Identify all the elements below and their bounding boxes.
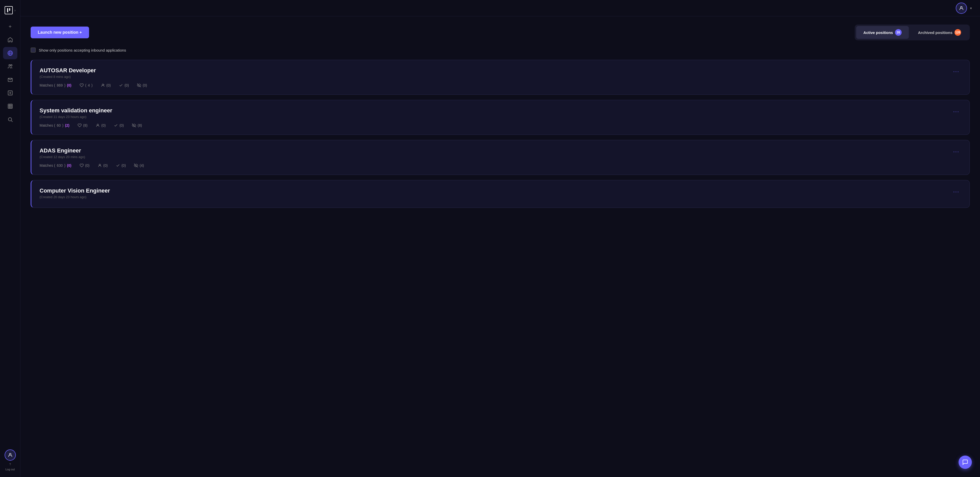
position-info: System validation engineer (Created 11 d… [40,107,112,119]
position-title: System validation engineer [40,107,112,114]
stat-matches[interactable]: Matches (630) (0) [40,163,72,168]
inbox-icon [7,77,13,83]
checkmark-icon [119,83,123,87]
approved-count: (0) [121,163,126,168]
help-label[interactable]: ? [9,463,11,466]
tab-active-positions[interactable]: Active positions 26 [856,26,909,39]
matches-label: Matches ( [40,163,55,168]
main-content: ▾ Launch new position + Active positions… [21,0,980,477]
approved-count: (0) [119,123,124,128]
logout-label[interactable]: Log out [5,468,15,471]
sidebar-logo[interactable]: › [3,4,18,16]
sidebar-item-building[interactable] [3,100,18,112]
position-created: (Created 20 days 23 hours ago) [40,195,110,199]
likes-val: 4 [88,83,90,87]
position-more-button[interactable]: ··· [951,147,961,156]
position-info: Computer Vision Engineer (Created 20 day… [40,187,110,199]
eye-off-icon [134,163,138,168]
sidebar-item-inbox[interactable] [3,73,18,86]
logo-box [5,6,13,14]
stat-approved: (0) [116,163,126,168]
topbar-user-icon [959,6,964,11]
position-created: (Created 8 mins ago) [40,75,96,79]
topbar: ▾ [21,0,980,16]
stat-applied: (0) [98,163,108,168]
likes-count: (8) [83,123,88,128]
likes-count: ( [85,83,86,87]
svg-point-16 [8,118,11,121]
approved-count: (0) [124,83,129,87]
position-info: ADAS Engineer (Created 12 days 20 mins a… [40,147,85,159]
active-positions-label: Active positions [863,30,893,35]
chat-bubble-button[interactable] [959,456,972,469]
eye-off-icon [132,123,136,128]
header-row: Launch new position + Active positions 2… [30,24,970,40]
matches-sep: ) [64,83,65,87]
position-title: Computer Vision Engineer [40,187,110,194]
matches-new: (0) [67,163,72,168]
position-more-button[interactable]: ··· [951,67,961,76]
stat-likes: (8) [78,123,88,128]
eye-off-icon [137,83,141,87]
svg-point-23 [97,124,98,125]
likes-count: (0) [85,163,89,168]
checkmark-icon [116,163,120,168]
position-stats: Matches (630) (0) (0) (0) (0) [40,163,961,168]
position-card-cv: Computer Vision Engineer (Created 20 day… [30,180,970,208]
sidebar-item-chart-add[interactable] [3,87,18,99]
stat-approved: (0) [119,83,129,87]
inbound-filter-label: Show only positions accepting inbound ap… [39,48,126,53]
heart-icon [80,163,84,168]
position-created: (Created 12 days 20 mins ago) [40,155,85,159]
sidebar-item-home[interactable] [3,34,18,46]
page-content: Launch new position + Active positions 2… [21,16,980,477]
checkmark-icon [114,123,118,128]
inbound-filter-checkbox[interactable] [30,48,36,53]
svg-rect-11 [8,104,12,108]
heart-icon [78,123,82,128]
position-more-button[interactable]: ··· [951,107,961,116]
matches-count: 60 [57,123,61,128]
svg-point-18 [9,453,11,455]
tab-archived-positions[interactable]: Archived positions 126 [911,26,968,39]
sidebar-chevron-icon: › [14,8,16,12]
archived-positions-label: Archived positions [918,30,953,35]
home-icon [7,37,13,43]
matches-new: (0) [67,83,72,87]
positions-list: AUTOSAR Developer (Created 8 mins ago) ·… [30,60,970,208]
svg-rect-0 [7,8,8,12]
stat-approved: (0) [114,123,124,128]
stat-hidden: (8) [132,123,142,128]
matches-label: Matches ( [40,83,55,87]
position-card-autosar: AUTOSAR Developer (Created 8 mins ago) ·… [30,60,970,95]
topbar-avatar[interactable] [956,3,967,14]
chat-icon [962,459,968,465]
stat-matches[interactable]: Matches (869) (0) [40,83,72,87]
position-card-sysval: System validation engineer (Created 11 d… [30,100,970,135]
position-card-header: AUTOSAR Developer (Created 8 mins ago) ·… [40,67,961,79]
globe-icon [7,50,13,56]
svg-point-25 [99,164,100,166]
active-positions-badge: 26 [895,29,902,36]
position-more-button[interactable]: ··· [951,187,961,196]
stat-likes: (0) [80,163,89,168]
position-card-adas: ADAS Engineer (Created 12 days 20 mins a… [30,140,970,175]
sidebar-item-globe[interactable] [3,47,18,59]
matches-count: 630 [57,163,62,168]
matches-count: 869 [57,83,62,87]
sidebar-item-add[interactable]: + [3,21,18,33]
launch-new-position-button[interactable]: Launch new position + [30,27,89,38]
sidebar-user-avatar[interactable] [5,450,16,461]
team-icon [7,64,13,69]
sidebar-bottom: ? Log out [5,450,16,473]
sidebar-item-team[interactable] [3,60,18,72]
building-icon [7,104,13,109]
stat-matches[interactable]: Matches (60) (2) [40,123,69,128]
svg-rect-1 [9,8,10,11]
position-card-header: ADAS Engineer (Created 12 days 20 mins a… [40,147,961,159]
position-card-header: Computer Vision Engineer (Created 20 day… [40,187,961,199]
applied-count: (0) [103,163,108,168]
sidebar-item-search[interactable] [3,113,18,126]
sidebar-nav: + [0,21,20,447]
search-icon [7,117,13,122]
